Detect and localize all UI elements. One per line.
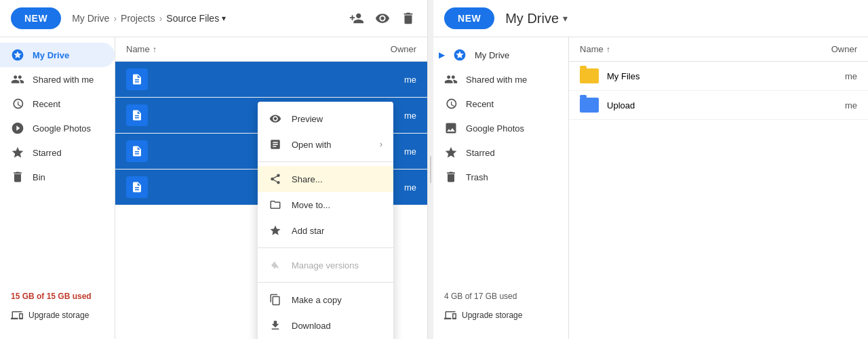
sort-asc-icon[interactable]: ↑ bbox=[153, 45, 157, 54]
right-sidebar-label-my-drive: My Drive bbox=[475, 50, 509, 60]
folder-icon-blue bbox=[580, 98, 599, 113]
menu-item-add-star[interactable]: Add star bbox=[258, 218, 393, 243]
left-panel: NEW My Drive › Projects › Source Files ▾ bbox=[0, 0, 428, 339]
right-file-name-upload: Upload bbox=[607, 100, 803, 111]
breadcrumb-sep-2: › bbox=[159, 13, 163, 24]
breadcrumb: My Drive › Projects › Source Files ▾ bbox=[72, 13, 338, 24]
sidebar-item-starred[interactable]: Starred bbox=[0, 140, 115, 165]
menu-item-open-with[interactable]: Open with › bbox=[258, 132, 393, 157]
sidebar-label-shared: Shared with me bbox=[33, 75, 94, 85]
right-upgrade-button[interactable]: Upgrade storage bbox=[444, 305, 557, 325]
sidebar-item-google-photos[interactable]: Google Photos bbox=[0, 116, 115, 140]
breadcrumb-source-files[interactable]: Source Files ▾ bbox=[166, 13, 226, 24]
my-drive-header[interactable]: My Drive ▾ bbox=[505, 11, 568, 26]
file-owner: me bbox=[362, 75, 416, 85]
menu-label-move-to: Move to... bbox=[292, 200, 330, 210]
open-with-icon bbox=[269, 138, 282, 151]
download-icon bbox=[269, 319, 282, 332]
menu-label-preview: Preview bbox=[292, 114, 323, 124]
my-drive-title: My Drive bbox=[505, 11, 559, 26]
menu-divider-3 bbox=[258, 282, 393, 283]
name-col-label: Name bbox=[126, 44, 150, 54]
breadcrumb-my-drive[interactable]: My Drive bbox=[72, 13, 109, 24]
right-table-row-upload[interactable]: Upload me bbox=[569, 91, 868, 120]
menu-item-manage-versions: Manage versions bbox=[258, 252, 393, 278]
delete-icon[interactable] bbox=[400, 10, 416, 26]
sidebar-label-photos: Google Photos bbox=[33, 123, 91, 134]
file-icon bbox=[126, 104, 148, 126]
right-sidebar-item-my-drive[interactable]: ▶ My Drive bbox=[433, 43, 568, 67]
sidebar-item-my-drive[interactable]: My Drive bbox=[0, 43, 115, 67]
panel-divider[interactable] bbox=[428, 0, 433, 339]
menu-item-preview[interactable]: Preview bbox=[258, 106, 393, 132]
starred-icon-right bbox=[444, 146, 458, 159]
right-sidebar-item-shared[interactable]: Shared with me bbox=[433, 67, 568, 92]
right-sidebar-label-shared: Shared with me bbox=[466, 75, 527, 85]
right-sort-icon[interactable]: ↑ bbox=[606, 45, 610, 54]
left-sidebar: My Drive Shared with me Recent Google Ph… bbox=[0, 37, 115, 339]
storage-text: 15 GB of 15 GB used bbox=[11, 292, 104, 301]
breadcrumb-sep-1: › bbox=[113, 13, 117, 24]
right-file-area: Name ↑ Owner My Files me Upload me bbox=[569, 37, 868, 339]
share-icon bbox=[269, 172, 282, 186]
photos-icon bbox=[11, 121, 24, 135]
right-sidebar-item-photos[interactable]: Google Photos bbox=[433, 116, 568, 140]
recent-icon bbox=[11, 97, 24, 111]
sidebar-label-my-drive: My Drive bbox=[33, 50, 69, 60]
menu-label-open-with: Open with bbox=[292, 140, 332, 150]
starred-icon bbox=[11, 146, 24, 159]
right-table-row-my-files[interactable]: My Files me bbox=[569, 62, 868, 91]
my-drive-chevron-icon: ▾ bbox=[563, 13, 568, 24]
menu-divider-2 bbox=[258, 247, 393, 248]
menu-item-make-copy[interactable]: Make a copy bbox=[258, 287, 393, 313]
folder-icon-yellow bbox=[580, 68, 599, 83]
trash-icon bbox=[444, 170, 458, 184]
right-file-owner-upload: me bbox=[803, 100, 857, 111]
file-icon bbox=[126, 68, 148, 90]
bin-icon bbox=[11, 170, 24, 184]
breadcrumb-projects[interactable]: Projects bbox=[121, 13, 155, 24]
context-menu: Preview Open with › Share... bbox=[258, 102, 393, 339]
menu-item-move-to[interactable]: Move to... bbox=[258, 192, 393, 218]
upgrade-label: Upgrade storage bbox=[28, 311, 89, 320]
right-sidebar-label-recent: Recent bbox=[466, 99, 494, 109]
star-icon bbox=[269, 224, 282, 237]
new-button-left[interactable]: NEW bbox=[11, 7, 61, 29]
right-sidebar-label-starred: Starred bbox=[466, 148, 495, 158]
upgrade-storage-button[interactable]: Upgrade storage bbox=[11, 305, 104, 325]
submenu-arrow: › bbox=[380, 140, 382, 149]
right-sidebar: ▶ My Drive Shared with me Recent bbox=[433, 37, 569, 339]
right-sidebar-item-starred[interactable]: Starred bbox=[433, 140, 568, 165]
sidebar-item-recent[interactable]: Recent bbox=[0, 92, 115, 116]
sidebar-item-bin[interactable]: Bin bbox=[0, 165, 115, 189]
left-content: My Drive Shared with me Recent Google Ph… bbox=[0, 37, 427, 339]
right-file-owner: me bbox=[803, 71, 857, 81]
menu-label-share: Share... bbox=[292, 174, 323, 184]
sidebar-label-starred: Starred bbox=[33, 148, 62, 158]
new-button-right[interactable]: NEW bbox=[444, 7, 494, 29]
right-panel: NEW My Drive ▾ ▶ My Drive Shared with me bbox=[433, 0, 868, 339]
menu-label-make-copy: Make a copy bbox=[292, 295, 342, 305]
menu-item-share[interactable]: Share... bbox=[258, 166, 393, 192]
sidebar-label-bin: Bin bbox=[33, 172, 45, 182]
right-sidebar-item-trash[interactable]: Trash bbox=[433, 165, 568, 189]
right-content: ▶ My Drive Shared with me Recent bbox=[433, 37, 868, 339]
shared-icon bbox=[11, 73, 24, 86]
add-people-icon[interactable] bbox=[349, 10, 365, 26]
copy-icon bbox=[269, 293, 282, 306]
preview-icon[interactable] bbox=[374, 10, 391, 26]
right-owner-col: Owner bbox=[803, 44, 857, 54]
right-storage-text: 4 GB of 17 GB used bbox=[444, 292, 557, 301]
right-sidebar-item-recent[interactable]: Recent bbox=[433, 92, 568, 116]
preview-menu-icon bbox=[269, 112, 282, 125]
expand-arrow-icon: ▶ bbox=[439, 50, 445, 60]
file-icon bbox=[126, 176, 148, 198]
menu-item-download[interactable]: Download bbox=[258, 313, 393, 338]
menu-label-manage-versions: Manage versions bbox=[292, 260, 359, 271]
sidebar-label-recent: Recent bbox=[33, 99, 60, 109]
recent-icon-right bbox=[444, 97, 458, 111]
sidebar-item-shared-with-me[interactable]: Shared with me bbox=[0, 67, 115, 92]
table-row[interactable]: me bbox=[115, 62, 427, 98]
menu-divider-1 bbox=[258, 161, 393, 162]
left-topbar: NEW My Drive › Projects › Source Files ▾ bbox=[0, 0, 427, 37]
